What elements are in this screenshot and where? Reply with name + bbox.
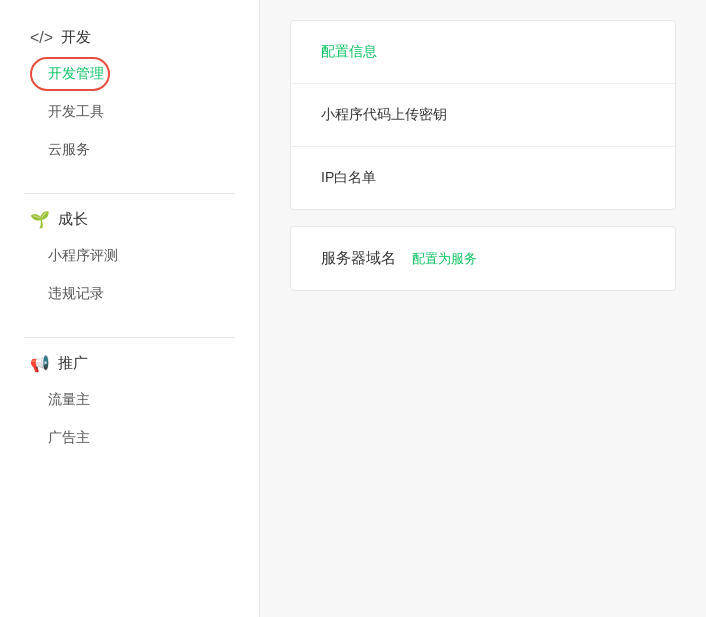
server-domain-title: 服务器域名 [321,249,396,268]
sidebar-section-label-develop: 开发 [61,28,91,47]
growth-icon: 🌱 [30,210,50,229]
sidebar-item-cloud-service[interactable]: 云服务 [0,131,259,169]
code-icon: </> [30,29,53,47]
divider-1 [24,193,235,194]
card-item-server-domain[interactable]: 服务器域名 配置为服务 [291,227,675,290]
card-item-upload-key[interactable]: 小程序代码上传密钥 [291,84,675,147]
divider-2 [24,337,235,338]
promotion-icon: 📢 [30,354,50,373]
server-domain-card: 服务器域名 配置为服务 [290,226,676,291]
sidebar-item-violation-records[interactable]: 违规记录 [0,275,259,313]
sidebar-section-promotion: 📢 推广 流量主 广告主 [0,346,259,457]
sidebar-item-miniapp-review[interactable]: 小程序评测 [0,237,259,275]
main-content: 配置信息 小程序代码上传密钥 IP白名单 服务器域名 配置为服务 [260,0,706,617]
card-item-ip-whitelist[interactable]: IP白名单 [291,147,675,209]
sidebar-section-growth: 🌱 成长 小程序评测 违规记录 [0,202,259,313]
sidebar-item-ad-owner[interactable]: 广告主 [0,419,259,457]
sidebar-item-traffic-owner[interactable]: 流量主 [0,381,259,419]
sidebar-section-label-promotion: 推广 [58,354,88,373]
card-item-config-info[interactable]: 配置信息 [291,21,675,84]
sidebar-section-header-develop: </> 开发 [0,20,259,55]
sidebar-section-header-promotion: 📢 推广 [0,346,259,381]
server-domain-subtitle[interactable]: 配置为服务 [412,250,477,268]
sidebar-item-dev-tools[interactable]: 开发工具 [0,93,259,131]
server-domain-row: 服务器域名 配置为服务 [321,249,645,268]
sidebar-section-label-growth: 成长 [58,210,88,229]
sidebar-section-develop: </> 开发 开发管理 开发工具 云服务 [0,20,259,169]
config-card: 配置信息 小程序代码上传密钥 IP白名单 [290,20,676,210]
sidebar: </> 开发 开发管理 开发工具 云服务 🌱 成长 小程序评测 违规记录 📢 [0,0,260,617]
sidebar-section-header-growth: 🌱 成长 [0,202,259,237]
sidebar-item-dev-manage[interactable]: 开发管理 [0,55,259,93]
